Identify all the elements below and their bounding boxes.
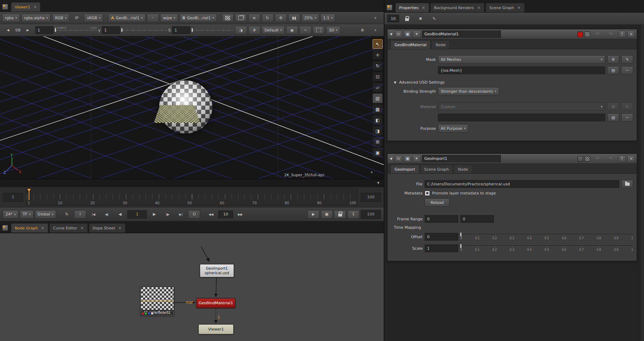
playback-end-field[interactable]: 100 <box>361 210 381 219</box>
pause-icon[interactable]: ▮▮ <box>288 14 300 22</box>
close-icon[interactable]: × <box>118 226 122 230</box>
menu-icon[interactable]: ≡ <box>248 14 260 22</box>
max-panels-field[interactable]: 10 <box>387 15 399 22</box>
fstop-next-icon[interactable]: ▶ <box>22 26 34 34</box>
gamma-slider[interactable] <box>121 27 167 34</box>
file-page-icon[interactable]: ▤ <box>607 66 619 74</box>
select-tool-icon[interactable]: ↖ <box>373 39 383 49</box>
offset-slider-handle[interactable] <box>460 233 461 236</box>
help-icon[interactable]: ? <box>618 30 626 38</box>
lock-panels-icon[interactable] <box>401 14 413 23</box>
pencil-icon[interactable]: ✎ <box>621 102 633 111</box>
float-window-icon[interactable]: ▣ <box>404 155 411 162</box>
wipe-center-icon[interactable]: ◑ <box>235 26 247 34</box>
gain-field[interactable]: 1 <box>35 26 54 34</box>
gl-color-swatch[interactable] <box>585 156 590 162</box>
timeline-filter-dropdown[interactable]: TF▾ <box>20 210 34 219</box>
frame-increment-field[interactable]: 10 <box>218 211 233 218</box>
proxy-ratio-dropdown[interactable]: 1:1▾ <box>320 14 335 22</box>
promote-metadata-checkbox[interactable]: ✖ <box>425 191 430 196</box>
drawer-expand-icon[interactable]: ▼ <box>377 181 380 185</box>
b-input-dropdown[interactable]: BGeoBi...rial1▾ <box>179 14 217 22</box>
collapse-icon[interactable]: ▼ <box>389 33 393 36</box>
split-horizontal-icon[interactable]: ◧ <box>373 115 383 125</box>
gear-icon[interactable]: ⚙ <box>607 102 619 111</box>
node-viewer1[interactable]: Viewer1 <box>198 324 234 334</box>
rotate-tool-icon[interactable]: ↻ <box>373 61 383 71</box>
tab-scene-graph[interactable]: Scene Graph <box>420 165 453 173</box>
wipe-dropdown[interactable]: wipe▾ <box>160 14 178 22</box>
material-expression-field[interactable] <box>438 114 605 121</box>
layout-grid-icon[interactable]: ▦ <box>373 104 383 114</box>
stop-icon[interactable]: O <box>188 210 200 219</box>
playhead[interactable] <box>29 189 29 200</box>
prev-increment-icon[interactable]: ◀| <box>101 210 113 219</box>
help-icon[interactable]: ? <box>618 155 626 162</box>
swap-ab-icon[interactable]: ◦ <box>147 14 159 22</box>
layout-rows-icon[interactable]: ▤ <box>373 93 383 103</box>
refresh-icon[interactable]: ↻ <box>262 14 274 22</box>
tab-properties[interactable]: Properties × <box>395 3 429 12</box>
properties-scrollbar[interactable] <box>640 25 644 341</box>
viewer-settings-icon[interactable]: ⚙ <box>356 26 368 34</box>
a-input-dropdown[interactable]: AGeoBi...rial1▾ <box>108 14 146 22</box>
back-by-increment-icon[interactable]: ◀◀ <box>205 210 217 219</box>
tab-node[interactable]: Node <box>431 40 450 49</box>
flipbook-icon[interactable]: ▶ <box>307 210 319 219</box>
pane-menu-icon[interactable] <box>2 225 8 231</box>
gamma-slider-handle[interactable] <box>121 28 122 32</box>
node-name-field[interactable]: GeoBindMaterial1 <box>422 30 501 38</box>
fstop-label[interactable]: f/8 <box>15 28 21 33</box>
channels-dropdown[interactable]: RGB▾ <box>52 14 69 22</box>
collapse-icon[interactable]: ▼ <box>389 157 393 161</box>
full-frame-icon[interactable]: ▣ <box>321 210 333 219</box>
bookmark-icon[interactable]: ✦ <box>413 155 420 162</box>
toolbar-overflow-icon[interactable]: » <box>371 24 380 36</box>
redo-icon[interactable]: ↷ <box>605 155 617 163</box>
clear-panels-icon[interactable]: ✖ <box>415 14 426 23</box>
guides-icon[interactable]: # <box>248 26 260 34</box>
overlay-compare-icon[interactable] <box>235 14 247 22</box>
close-icon[interactable]: × <box>477 6 481 10</box>
close-icon[interactable]: × <box>33 5 37 9</box>
waveform-icon[interactable]: ~ <box>299 26 311 34</box>
downres-icon[interactable]: ↧ <box>347 210 359 219</box>
checkerboard-ground-card[interactable] <box>154 105 200 123</box>
material-dropdown[interactable]: Custom▾ <box>438 102 605 111</box>
lock-range-icon[interactable] <box>334 210 346 219</box>
play-backward-icon[interactable]: ◀ <box>114 210 126 219</box>
go-to-start-icon[interactable]: |◀ <box>87 210 99 219</box>
loop-mode-icon[interactable]: ↻ <box>61 210 73 219</box>
advanced-usd-settings-label[interactable]: Advanced USD Settings <box>399 80 445 85</box>
pane-menu-icon[interactable] <box>2 4 8 10</box>
scale-tool-icon[interactable]: ⊡ <box>373 72 383 81</box>
toolbar-overflow-icon[interactable]: » <box>371 12 380 24</box>
alpha-layer-dropdown[interactable]: rgba.alpha▾ <box>21 14 51 22</box>
range-start-field[interactable]: 1 <box>3 193 23 202</box>
gain-slider-handle[interactable] <box>55 28 56 32</box>
bookmark-icon[interactable]: ✦ <box>413 30 420 38</box>
viewport-3d[interactable]: Y Z X 2K_Super_35(full-ap) ↖ ✛ ↻ ⊡ ▱ ▤ ▦… <box>0 36 384 179</box>
tab-curve-editor[interactable]: Curve Editor × <box>49 223 88 233</box>
mask-expression-field[interactable]: {isa:Mesh} <box>438 66 605 74</box>
redo-icon[interactable]: ↷ <box>605 30 617 38</box>
next-increment-icon[interactable]: |▶ <box>162 210 174 219</box>
in-out-icon[interactable]: I <box>74 210 86 219</box>
node-name-field[interactable]: GeoImport1 <box>422 155 501 162</box>
frame-range-start-field[interactable]: 0 <box>425 215 458 223</box>
node-geoimport1[interactable]: GeoImport1 spherical.usd <box>200 264 234 277</box>
file-path-field[interactable]: C:/Users/Documents/Practice/spherical.us… <box>425 180 619 188</box>
forward-by-increment-icon[interactable]: ▶▶ <box>234 210 246 219</box>
tab-viewer1[interactable]: Viewer1 × <box>11 2 41 12</box>
node-graph-canvas[interactable]: GeoImport1 spherical.usd CheckerBoard1 m… <box>0 233 384 341</box>
frame-range-mode-dropdown[interactable]: Global▾ <box>35 210 56 219</box>
close-panel-icon[interactable]: × <box>627 155 635 162</box>
node-geobindmaterial1[interactable]: GeoBindMaterial1 <box>196 298 235 308</box>
pane-menu-icon[interactable] <box>387 5 392 10</box>
scale-slider[interactable]: 00.10.20.30.40.50.60.70.80.91 <box>460 244 633 253</box>
tab-node-graph[interactable]: Node Graph × <box>11 223 48 233</box>
gl-color-swatch[interactable] <box>585 31 590 37</box>
checker-background-icon[interactable] <box>222 14 234 22</box>
colorspace-dropdown[interactable]: sRGB▾ <box>84 14 103 22</box>
roi-icon[interactable] <box>313 26 325 34</box>
